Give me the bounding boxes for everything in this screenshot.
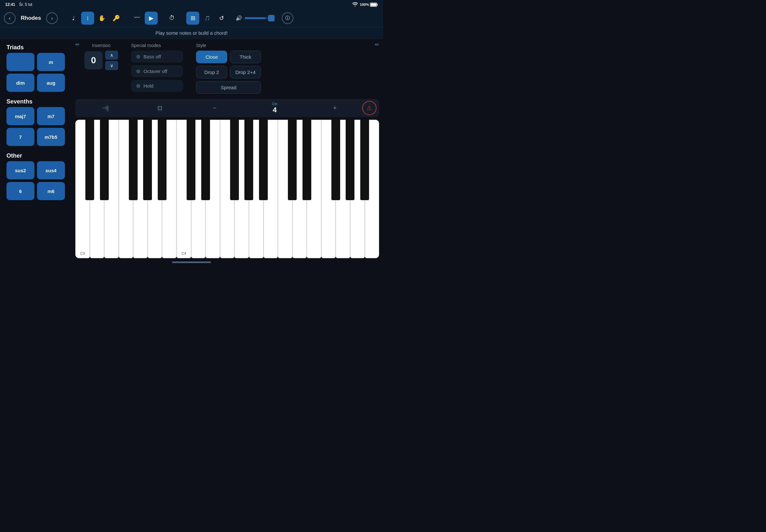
black-key-4-0[interactable]: [187, 120, 195, 200]
undo-button[interactable]: ↺: [215, 12, 228, 25]
piano-keyboard[interactable]: C3C4: [75, 120, 379, 258]
volume-fill: [245, 17, 265, 19]
inversion-label: Inversion: [92, 43, 111, 48]
special-modes-label: Special modes: [131, 43, 183, 48]
volume-icon: 🔊: [236, 15, 242, 21]
volume-track[interactable]: [245, 17, 274, 19]
record-button[interactable]: ⚠: [362, 101, 376, 115]
chord-dim[interactable]: dim: [6, 74, 34, 92]
voicing-button[interactable]: ⊡: [132, 101, 187, 115]
wave-icon: 〰: [134, 15, 140, 21]
volume-thumb[interactable]: [268, 15, 274, 21]
black-key-4-4[interactable]: [244, 120, 253, 200]
chord-maj7[interactable]: maj7: [6, 107, 34, 125]
triads-title: Triads: [6, 44, 65, 51]
wifi-icon: [352, 2, 358, 7]
down-arrow-icon: ∨: [110, 63, 113, 68]
info-icon: ⓘ: [285, 15, 290, 21]
black-key-3-1[interactable]: [100, 120, 109, 200]
transpose-button[interactable]: ↕: [81, 12, 94, 25]
black-key-5-3[interactable]: [331, 120, 340, 200]
left-panel: Triads m dim aug Sevenths maj7 m7 7 m7b5…: [0, 39, 71, 258]
style-drop24-label: Drop 2+4: [235, 69, 255, 75]
chord-6[interactable]: 6: [6, 182, 34, 200]
edit-pencil-right[interactable]: ✏: [375, 42, 379, 48]
black-key-4-3[interactable]: [230, 120, 239, 200]
timer-button[interactable]: ⏱: [165, 12, 178, 25]
chord-aug[interactable]: aug: [37, 74, 65, 92]
octave-minus-button[interactable]: −: [187, 101, 242, 115]
toolbar-group-1: ♩ ↕ ✋ 🔑: [67, 12, 123, 25]
record-icon: ⚠: [367, 104, 372, 112]
black-key-4-1[interactable]: [201, 120, 210, 200]
sevenths-section: Sevenths maj7 m7 7 m7b5: [6, 98, 65, 149]
up-arrow-icon: ∧: [110, 53, 113, 58]
back-button[interactable]: ‹: [4, 12, 16, 24]
style-section: Style Close Thick Drop 2 Drop 2+4: [196, 43, 261, 94]
info-button[interactable]: ⓘ: [282, 12, 293, 24]
status-icons: 100%: [352, 2, 378, 7]
battery-percent: 100%: [360, 3, 369, 6]
black-key-5-4[interactable]: [346, 120, 354, 200]
style-spread-button[interactable]: Spread: [196, 81, 261, 94]
black-key-3-0[interactable]: [85, 120, 94, 200]
style-drop24-button[interactable]: Drop 2+4: [230, 66, 261, 79]
sevenths-title: Sevenths: [6, 98, 65, 105]
wave-button[interactable]: 〰: [130, 12, 143, 25]
hold-button[interactable]: Hold: [131, 80, 183, 92]
timer-icon: ⏱: [169, 15, 175, 21]
style-close-button[interactable]: Close: [196, 51, 227, 63]
chord-m7[interactable]: m7: [37, 107, 65, 125]
octaver-off-button[interactable]: Octaver off: [131, 65, 183, 77]
style-grid: Close Thick Drop 2 Drop 2+4 Spread: [196, 51, 261, 94]
plus-icon: +: [333, 105, 337, 112]
forward-button[interactable]: ›: [46, 12, 58, 24]
settings-button[interactable]: 🔑: [110, 12, 123, 25]
octave-plus-button[interactable]: +: [308, 101, 362, 115]
volume-area: 🔊: [236, 15, 274, 21]
chord-major[interactable]: [6, 53, 34, 71]
piano-controls: ⊣| ⊡ − Oct 4 + ⚠: [75, 99, 379, 117]
note-button[interactable]: ♩: [67, 12, 80, 25]
chord-dom7[interactable]: 7: [6, 128, 34, 146]
chord-m7b5[interactable]: m7b5: [37, 128, 65, 146]
inversion-down-button[interactable]: ∨: [105, 61, 118, 70]
style-thick-button[interactable]: Thick: [230, 51, 261, 63]
chord-m6[interactable]: m6: [37, 182, 65, 200]
chord-view-button[interactable]: ⊞: [186, 12, 199, 25]
oct-label: Oct: [272, 103, 277, 106]
black-key-5-1[interactable]: [302, 120, 311, 200]
chord-sus2[interactable]: sus2: [6, 161, 34, 179]
tuner-button[interactable]: 🎵: [201, 12, 213, 25]
strum-icon: ✋: [98, 15, 105, 22]
chord-minor[interactable]: m: [37, 53, 65, 71]
black-key-4-5[interactable]: [259, 120, 268, 200]
black-key-3-4[interactable]: [143, 120, 152, 200]
svg-rect-2: [371, 3, 376, 6]
style-drop2-button[interactable]: Drop 2: [196, 66, 227, 79]
black-key-3-5[interactable]: [158, 120, 166, 200]
hold-dot: [136, 84, 140, 88]
edit-pencil-left[interactable]: ✏: [75, 42, 79, 48]
inversion-up-button[interactable]: ∧: [105, 51, 118, 60]
black-key-5-0[interactable]: [288, 120, 297, 200]
play-icon: ▶: [149, 15, 153, 22]
other-section: Other sus2 sus4 6 m6: [6, 152, 65, 203]
chord-sus4[interactable]: sus4: [37, 161, 65, 179]
inversion-controls: 0 ∧ ∨: [84, 51, 118, 70]
svg-rect-1: [377, 4, 378, 6]
style-close-label: Close: [205, 54, 218, 60]
style-thick-label: Thick: [239, 54, 251, 60]
strum-button[interactable]: ✋: [95, 12, 108, 25]
octave-display: Oct 4: [242, 103, 307, 114]
hint-text: Play some notes or build a chord!: [155, 30, 228, 36]
inversion-value: 0: [84, 51, 103, 69]
black-key-5-5[interactable]: [360, 120, 369, 200]
play-button[interactable]: ▶: [145, 12, 158, 25]
triads-grid: m dim aug: [6, 53, 65, 92]
collapse-button[interactable]: ⊣|: [78, 101, 132, 115]
home-indicator: [0, 258, 383, 266]
bass-off-button[interactable]: Bass off: [131, 51, 183, 63]
special-modes-section: Special modes Bass off Octaver off Hold: [131, 43, 183, 92]
black-key-3-3[interactable]: [129, 120, 138, 200]
